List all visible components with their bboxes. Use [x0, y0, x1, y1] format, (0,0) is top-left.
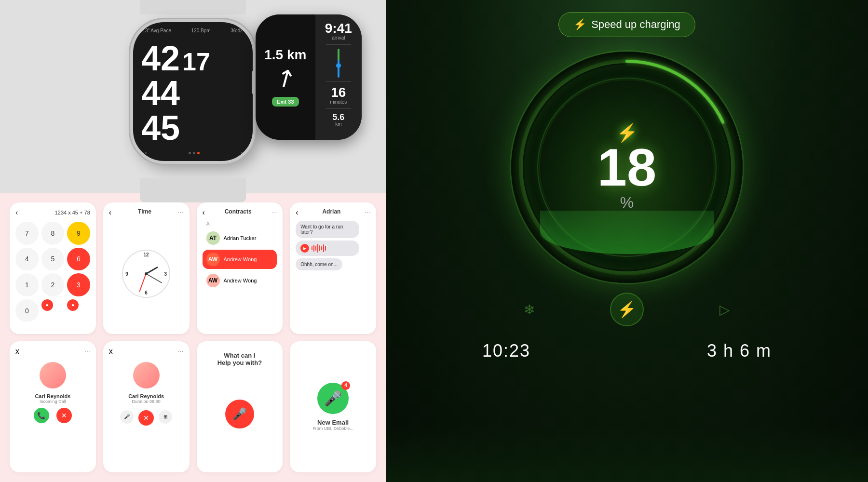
calc-btn-5[interactable]: 5 [41, 248, 65, 271]
clock-num-12: 12 [144, 252, 149, 257]
contact-item-1[interactable]: AT Adrian Tucker [203, 228, 277, 248]
messages-back[interactable]: ‹ [296, 208, 298, 217]
call1-avatar-container [15, 362, 90, 388]
charging-pill-icon: ⚡ [573, 18, 586, 31]
email-title: New Email [317, 419, 349, 426]
calc-header: ‹ 1234 x 45 + 78 [15, 208, 90, 217]
watch-time: 36:42 T [231, 28, 247, 33]
call1-buttons: 📞 ✕ [15, 408, 90, 423]
watch-bottom-row: km m [139, 150, 247, 155]
charging-outer-ring: ⚡ 18 % [511, 52, 743, 283]
route-dot [336, 63, 341, 68]
call2-mic-btn[interactable]: 🎤 [120, 410, 134, 424]
contacts-back[interactable]: ‹ [203, 208, 205, 217]
calc-btn-9[interactable]: 9 [67, 222, 90, 245]
minute-hand [146, 273, 163, 283]
clock-back[interactable]: ‹ [109, 208, 111, 217]
contacts-menu[interactable]: ··· [271, 208, 277, 217]
nav-watch-section: 1.5 km ↗ Exit 33 9:41 arrival [256, 14, 362, 140]
speed-up-charging-pill[interactable]: ⚡ Speed up charging [558, 12, 695, 37]
watch-big-numbers: 42 17 44 45 [139, 36, 247, 150]
wave-4 [317, 244, 318, 253]
calc-btn-4[interactable]: 4 [15, 248, 39, 271]
nav-arrow-icon: ↗ [270, 61, 301, 95]
messages-menu[interactable]: ··· [365, 208, 370, 217]
clock-num-3: 3 [164, 271, 167, 276]
hour-hand [146, 266, 158, 274]
nav-arrival-label: arrival [332, 35, 345, 40]
clock-menu[interactable]: ··· [178, 208, 184, 217]
watch-dot-3 [197, 152, 200, 154]
calc-btn-0[interactable]: 0 [15, 299, 39, 322]
calc-btn-7[interactable]: 7 [15, 222, 39, 245]
call1-status: Incoming Call [15, 399, 90, 404]
nav-distance: 1.5 km [264, 48, 306, 62]
email-widget[interactable]: 🎤 4 New Email From UIB, Dribbble... [290, 341, 376, 473]
clock-face: 12 3 6 9 [122, 250, 170, 298]
calc-btn-8[interactable]: 8 [41, 222, 65, 245]
wave-5 [319, 245, 320, 251]
contact-name-2: Andrew Wong [224, 256, 257, 262]
charging-bolt-center-icon[interactable]: ⚡ [610, 293, 644, 326]
call1-name: Carl Reynolds [15, 393, 90, 399]
wave-7 [323, 244, 324, 252]
charging-circle-container: ⚡ 18 % [511, 52, 743, 283]
call2-grid-btn[interactable]: ⊞ [159, 410, 172, 424]
calc-btn-3[interactable]: 3 [67, 273, 90, 296]
nav-dist2: 5.6 km [332, 113, 344, 127]
calc-back-btn[interactable]: ‹ [15, 208, 18, 217]
contact-item-3[interactable]: AW Andrew Wong [203, 271, 277, 290]
call-accept-btn[interactable]: 📞 [34, 408, 49, 423]
messages-widget: ‹ Adrian ··· Want to go for a run later?… [290, 202, 376, 334]
voice-mic-btn[interactable]: 🎤 [225, 400, 254, 428]
watch-avg-pace: 8'13" Avg.Pace [139, 28, 171, 33]
call1-menu[interactable]: ··· [84, 347, 90, 356]
nav-minutes-num: 16 [331, 86, 346, 99]
charging-bottom-arc [386, 424, 868, 482]
charging-pill-text: Speed up charging [591, 18, 680, 31]
call2-end-btn[interactable]: ✕ [138, 410, 154, 426]
call2-header: x ··· [109, 347, 184, 356]
calc-grid: 7 8 9 4 5 6 1 2 3 0 ● ● [15, 222, 90, 322]
wave-1 [312, 246, 312, 250]
call2-close[interactable]: x [109, 347, 113, 356]
freeze-icon: ❄ [516, 296, 542, 323]
watch-body: 8'13" Avg.Pace 120 Bpm 36:42 T 42 17 44 [130, 19, 256, 164]
call2-icons: 🎤 ✕ ⊞ [109, 410, 184, 426]
call-decline-btn[interactable]: ✕ [56, 408, 72, 423]
watch-unit-km: km [141, 150, 147, 155]
contact-item-2[interactable]: AW Andrew Wong [203, 250, 277, 269]
contacts-header: ‹ Contracts ··· [203, 208, 277, 217]
message-2: Ohhh, come on... [296, 258, 342, 270]
nav-exit: Exit 33 [272, 97, 298, 107]
clock-center [145, 272, 148, 275]
watch-num3: 44 [141, 76, 180, 110]
call2-name: Carl Reynolds [109, 393, 184, 399]
charging-percent-symbol: % [620, 194, 634, 212]
wave-6 [321, 246, 322, 250]
nav-time: 9:41 [325, 22, 352, 35]
call1-close[interactable]: x [15, 347, 19, 356]
clock-header: ‹ Time ··· [109, 208, 184, 217]
contacts-widget: ‹ Contracts ··· A AT Adrian Tucker AW An… [197, 202, 283, 334]
nav-divider3 [326, 108, 351, 109]
calc-btn-r1[interactable]: ● [41, 299, 53, 311]
charging-time-row: 10:23 3 h 6 m [458, 341, 796, 361]
calc-btn-2[interactable]: 2 [41, 273, 65, 296]
watch-strap-bottom [140, 178, 246, 202]
current-time: 10:23 [482, 341, 530, 361]
nav-left: 1.5 km ↗ Exit 33 [256, 14, 315, 140]
email-badge: 4 [341, 381, 350, 390]
audio-play-btn[interactable]: ▶ [300, 244, 309, 253]
watch-dots [189, 152, 200, 154]
watch-row2: 44 [141, 76, 247, 110]
widgets-row-2: x ··· Carl Reynolds Incoming Call 📞 ✕ x … [10, 341, 376, 473]
watch-row3: 45 [141, 110, 247, 145]
calc-btn-1[interactable]: 1 [15, 273, 39, 296]
charging-icons-row: ❄ ⚡ ▷ [506, 293, 747, 326]
calc-btn-6[interactable]: 6 [67, 248, 90, 271]
call2-menu[interactable]: ··· [178, 347, 184, 356]
calc-btn-r2[interactable]: ● [67, 299, 79, 311]
nav-right: 9:41 arrival 16 minutes [315, 14, 362, 140]
nav-minutes-label: minutes [330, 99, 347, 105]
